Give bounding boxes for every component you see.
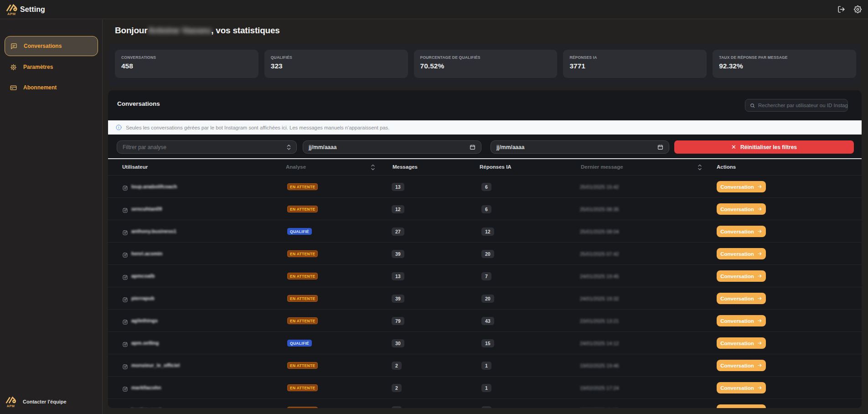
svg-text:APM: APM (7, 404, 15, 408)
svg-text:APM: APM (7, 12, 16, 16)
